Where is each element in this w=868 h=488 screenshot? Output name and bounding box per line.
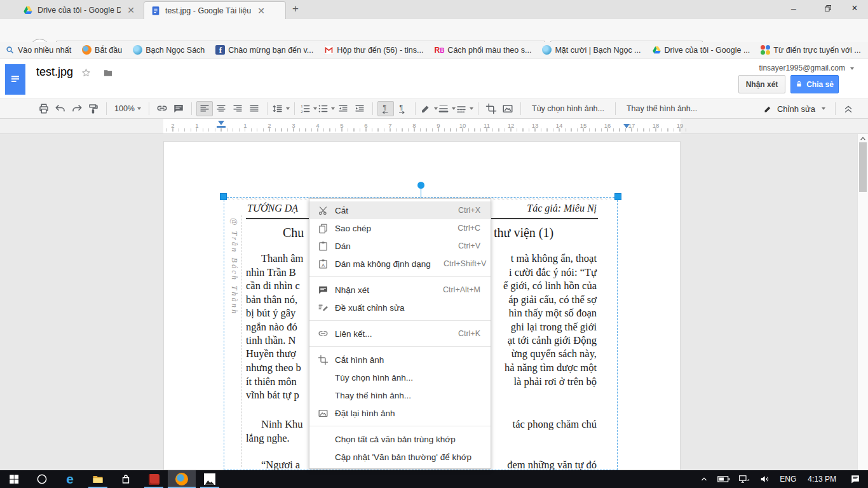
ruler-number: 19 [675, 122, 684, 129]
bookmark-item[interactable]: RBCách phối màu theo s... [434, 46, 531, 55]
paragraph-ltr-icon[interactable]: ¶ [377, 101, 394, 116]
paragraph-rtl-icon[interactable]: ¶ [394, 101, 410, 116]
bookmark-item[interactable]: Vào nhiều nhất [5, 45, 71, 55]
outdent-icon[interactable] [335, 101, 351, 116]
network-icon[interactable] [734, 470, 754, 488]
tab-close-icon[interactable]: ✕ [127, 5, 135, 15]
menu-item-paste-without-formatting[interactable]: A Dán mà không định dạng Ctrl+Shift+V [309, 255, 491, 273]
language-indicator[interactable]: ENG [775, 475, 801, 484]
move-folder-icon[interactable] [103, 68, 113, 78]
ruler[interactable]: 2 1 1 2 3 4 5 6 7 8 9 10 11 12 13 14 15 … [0, 119, 868, 134]
bookmark-item[interactable]: Hộp thư đến (56) - tins... [324, 45, 423, 55]
menu-item-comment[interactable]: Nhận xét Ctrl+Alt+M [309, 281, 491, 299]
volume-icon[interactable] [754, 470, 775, 488]
new-tab-button[interactable]: + [292, 3, 299, 15]
image-options-button[interactable]: Tùy chọn hình ảnh... [526, 104, 611, 113]
selection-handle-top-left[interactable] [220, 193, 227, 200]
align-left-icon[interactable] [196, 101, 213, 116]
print-icon[interactable] [36, 101, 52, 116]
selection-handle-top-right[interactable] [614, 193, 621, 200]
bookmark-item[interactable]: Drive của tôi - Google ... [652, 45, 750, 55]
account-caret-icon[interactable] [850, 67, 854, 70]
menu-item-reset-image[interactable]: Đặt lại hình ảnh [309, 404, 491, 422]
insert-comment-icon[interactable] [170, 101, 187, 116]
edge-icon[interactable]: e [56, 470, 84, 488]
scan-text-line: ngắn nào đó [246, 321, 297, 334]
star-document-icon[interactable] [81, 68, 91, 78]
tray-chevron-up-icon[interactable] [695, 470, 714, 488]
menu-item-suggest-edits[interactable]: Đề xuất chỉnh sửa [309, 299, 491, 316]
reset-image-icon[interactable] [499, 101, 516, 116]
svg-text:2: 2 [301, 110, 303, 114]
numbered-list-icon[interactable]: 12 [299, 101, 317, 116]
crop-image-icon[interactable] [483, 101, 499, 116]
border-weight-icon[interactable] [438, 101, 456, 116]
menu-item-link[interactable]: Liên kết... Ctrl+K [309, 325, 491, 342]
menu-item-crop-image[interactable]: Cắt hình ảnh [309, 351, 491, 369]
svg-text:A: A [322, 262, 325, 268]
copy-icon [318, 223, 335, 234]
tab-title: test.jpg - Google Tài liệu [165, 6, 251, 15]
bookmark-item[interactable]: Mặt cười | Bạch Ngọc ... [542, 45, 641, 55]
restore-icon [824, 4, 832, 12]
editing-mode-button[interactable]: Chỉnh sửa [758, 101, 831, 116]
menu-item-copy[interactable]: Sao chép Ctrl+C [309, 219, 491, 237]
firefox-taskbar-icon[interactable] [168, 470, 196, 488]
battery-icon[interactable] [714, 470, 734, 488]
tab-close-icon[interactable]: ✕ [257, 6, 265, 16]
indent-marker-right[interactable] [623, 124, 630, 128]
cortana-button[interactable] [28, 470, 56, 488]
bulleted-list-icon[interactable] [317, 101, 335, 116]
game-app-icon[interactable] [140, 470, 168, 488]
rotation-handle[interactable] [417, 182, 424, 189]
docs-home-icon[interactable] [5, 64, 25, 95]
bookmark-item[interactable]: Bạch Ngọc Sách [133, 45, 205, 55]
windows-store-icon[interactable] [112, 470, 140, 488]
border-color-icon[interactable] [420, 101, 438, 116]
comments-button[interactable]: Nhận xét [738, 75, 785, 93]
window-minimize-button[interactable]: – [783, 0, 804, 17]
clock[interactable]: 4:13 PM [801, 475, 843, 484]
crop-icon [318, 355, 335, 365]
menu-item-replace-image[interactable]: Thay thế hình ảnh... [309, 386, 491, 404]
scrollbar-thumb[interactable] [859, 142, 867, 192]
ruler-number: 12 [506, 122, 515, 129]
document-title[interactable]: test.jpg [36, 65, 73, 79]
align-right-icon[interactable] [229, 101, 246, 116]
indent-marker-left[interactable] [218, 121, 224, 125]
collapse-toolbar-icon[interactable] [840, 101, 857, 116]
indent-icon[interactable] [351, 101, 368, 116]
insert-link-icon[interactable] [154, 101, 170, 116]
menu-item-image-options[interactable]: Tùy chọn hình ảnh... [309, 369, 491, 386]
align-justify-icon[interactable] [246, 101, 262, 116]
bookmark-item[interactable]: Bắt đầu [82, 45, 122, 55]
replace-image-button[interactable]: Thay thế hình ảnh... [620, 104, 703, 113]
window-close-button[interactable]: × [844, 0, 865, 17]
bookmark-item[interactable]: Từ điển trực tuyến với ... [761, 45, 860, 55]
account-email[interactable]: tinsayer1995@gmail.com [759, 64, 845, 72]
photos-app-icon[interactable] [196, 470, 224, 488]
left-indent-bar[interactable] [217, 126, 226, 128]
action-center-icon[interactable] [843, 470, 868, 488]
share-button[interactable]: Chia sẻ [790, 75, 839, 93]
redo-icon[interactable] [69, 101, 85, 116]
menu-item-update-normal-text[interactable]: Cập nhật 'Văn bản thường' để khớp [309, 448, 491, 466]
align-center-icon[interactable] [213, 101, 229, 116]
undo-icon[interactable] [52, 101, 69, 116]
start-button[interactable] [0, 470, 28, 488]
bookmark-item[interactable]: fChào mừng bạn đến v... [215, 45, 313, 55]
site-icon [542, 45, 552, 55]
tab-docs[interactable]: test.jpg - Google Tài liệu ✕ [144, 1, 286, 19]
window-restore-button[interactable] [817, 0, 839, 17]
file-explorer-icon[interactable] [84, 470, 112, 488]
menu-item-select-matching-text[interactable]: Chọn tất cả văn bản trùng khớp [309, 430, 491, 448]
vertical-scrollbar[interactable] [857, 134, 868, 470]
border-dash-icon[interactable] [456, 101, 473, 116]
paint-format-icon[interactable] [85, 101, 102, 116]
zoom-select[interactable]: 100% [111, 101, 144, 116]
menu-item-cut[interactable]: Cắt Ctrl+X [309, 201, 491, 219]
scroll-up-icon[interactable] [860, 136, 866, 141]
menu-item-paste[interactable]: Dán Ctrl+V [309, 237, 491, 255]
line-spacing-icon[interactable] [272, 101, 290, 116]
tab-drive[interactable]: Drive của tôi - Google Drive ✕ [17, 1, 141, 19]
